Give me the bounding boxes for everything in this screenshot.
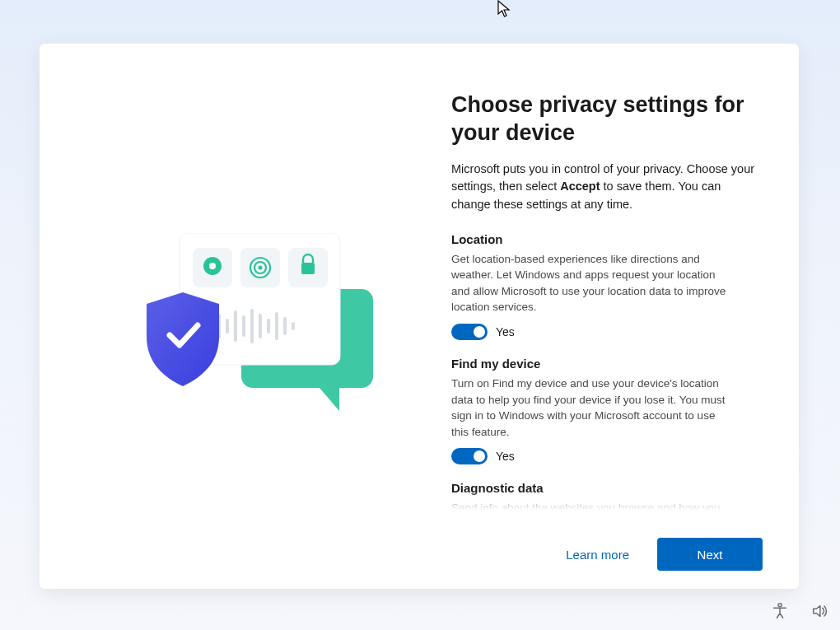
svg-point-7: [209, 263, 216, 269]
svg-rect-20: [267, 319, 270, 334]
setting-desc: Send info about the websites you browse …: [451, 500, 731, 512]
svg-rect-23: [292, 322, 295, 330]
settings-list[interactable]: Location Get location-based experiences …: [451, 232, 759, 512]
find-my-device-toggle[interactable]: [451, 448, 488, 464]
svg-rect-17: [242, 315, 245, 337]
illustration-pane: [40, 44, 451, 589]
location-toggle[interactable]: [451, 324, 488, 340]
svg-rect-15: [226, 319, 229, 334]
accessibility-icon[interactable]: [771, 602, 789, 620]
svg-rect-22: [283, 317, 287, 335]
privacy-card: Choose privacy settings for your device …: [40, 44, 799, 589]
learn-more-link[interactable]: Learn more: [566, 548, 629, 562]
setting-title: Diagnostic data: [451, 481, 759, 495]
setting-desc: Turn on Find my device and use your devi…: [451, 376, 731, 440]
setting-title: Location: [451, 232, 759, 246]
setting-desc: Get location-based experiences like dire…: [451, 251, 731, 315]
privacy-illustration: [147, 233, 377, 414]
lead-text: Microsoft puts you in control of your pr…: [451, 161, 759, 214]
setting-find-my-device: Find my device Turn on Find my device an…: [451, 357, 759, 464]
svg-rect-11: [301, 263, 315, 274]
mouse-cursor-icon: [497, 0, 512, 18]
footer: Learn more Next: [566, 538, 763, 571]
svg-rect-19: [259, 314, 262, 338]
toggle-row: Yes: [451, 448, 759, 464]
toggle-row: Yes: [451, 324, 759, 340]
svg-rect-16: [234, 310, 237, 342]
setting-title: Find my device: [451, 357, 759, 371]
next-button[interactable]: Next: [657, 538, 763, 571]
toggle-label: Yes: [496, 450, 515, 463]
toggle-label: Yes: [496, 325, 515, 338]
svg-rect-21: [275, 312, 278, 340]
svg-point-24: [778, 604, 782, 607]
svg-marker-1: [320, 388, 339, 411]
setting-diagnostic-data: Diagnostic data Send info about the webs…: [451, 481, 759, 512]
setting-location: Location Get location-based experiences …: [451, 232, 759, 340]
page-title: Choose privacy settings for your device: [451, 91, 759, 147]
svg-rect-18: [250, 309, 254, 343]
lead-bold: Accept: [560, 180, 600, 193]
volume-icon[interactable]: [810, 602, 828, 620]
svg-point-10: [259, 266, 263, 270]
content-pane: Choose privacy settings for your device …: [451, 44, 799, 589]
